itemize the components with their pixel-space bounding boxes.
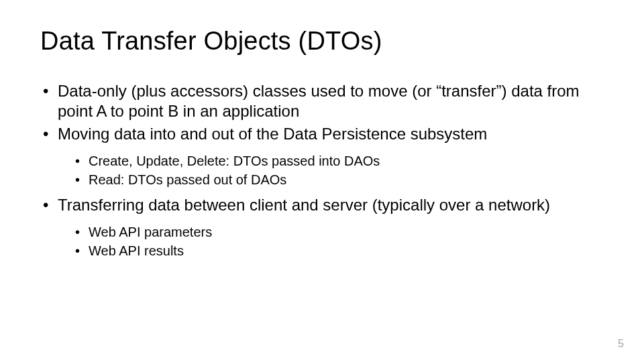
bullet-level1: Moving data into and out of the Data Per… [40, 124, 604, 144]
slide: Data Transfer Objects (DTOs) Data-only (… [0, 0, 644, 362]
page-number: 5 [618, 338, 624, 350]
bullet-level2: Read: DTOs passed out of DAOs [40, 171, 604, 188]
bullet-level1: Data-only (plus accessors) classes used … [40, 81, 604, 121]
bullet-level2: Web API parameters [40, 223, 604, 241]
bullet-level2: Create, Update, Delete: DTOs passed into… [40, 152, 604, 170]
bullet-level2: Web API results [40, 242, 604, 259]
slide-title: Data Transfer Objects (DTOs) [40, 27, 604, 56]
bullet-level1: Transferring data between client and ser… [40, 195, 604, 215]
